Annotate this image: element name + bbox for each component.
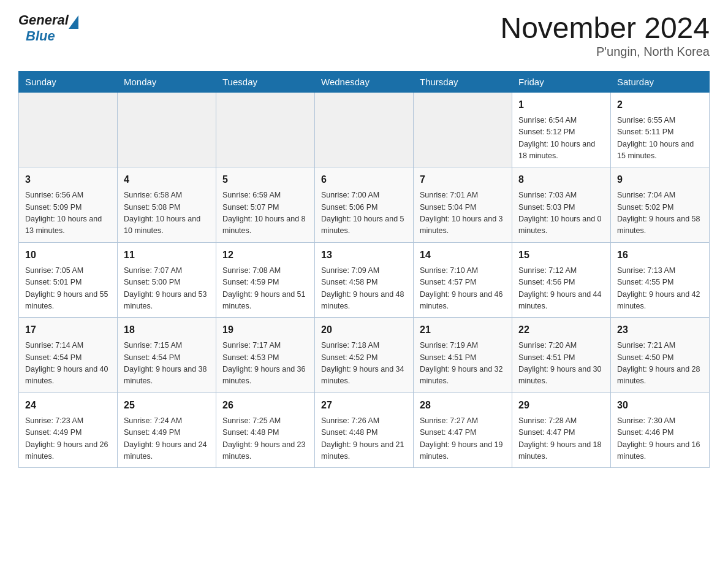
weekday-header-monday: Monday: [118, 71, 216, 92]
day-number: 19: [222, 323, 308, 337]
day-number: 9: [617, 172, 703, 187]
calendar-week-row: 1Sunrise: 6:54 AMSunset: 5:12 PMDaylight…: [19, 92, 710, 167]
day-number: 22: [518, 323, 604, 337]
day-info: Sunrise: 6:54 AMSunset: 5:12 PMDaylight:…: [518, 115, 604, 163]
day-info: Sunrise: 7:09 AMSunset: 4:58 PMDaylight:…: [321, 265, 407, 313]
calendar-cell: 29Sunrise: 7:28 AMSunset: 4:47 PMDayligh…: [512, 393, 611, 468]
calendar-week-row: 10Sunrise: 7:05 AMSunset: 5:01 PMDayligh…: [19, 242, 710, 318]
day-number: 20: [321, 323, 407, 337]
day-info: Sunrise: 6:55 AMSunset: 5:11 PMDaylight:…: [617, 115, 703, 163]
day-info: Sunrise: 6:58 AMSunset: 5:08 PMDaylight:…: [124, 190, 210, 237]
day-number: 15: [518, 248, 604, 262]
day-number: 11: [124, 248, 210, 262]
calendar-cell: 26Sunrise: 7:25 AMSunset: 4:48 PMDayligh…: [216, 393, 315, 468]
day-info: Sunrise: 7:17 AMSunset: 4:53 PMDaylight:…: [222, 340, 308, 388]
day-info: Sunrise: 7:30 AMSunset: 4:46 PMDaylight:…: [617, 415, 703, 463]
day-number: 5: [222, 172, 308, 187]
day-number: 13: [321, 248, 407, 262]
day-info: Sunrise: 7:07 AMSunset: 5:00 PMDaylight:…: [124, 265, 210, 313]
day-number: 30: [617, 398, 703, 413]
day-number: 21: [420, 323, 506, 337]
weekday-header-saturday: Saturday: [611, 71, 710, 92]
calendar-cell: 30Sunrise: 7:30 AMSunset: 4:46 PMDayligh…: [611, 393, 710, 468]
calendar-week-row: 17Sunrise: 7:14 AMSunset: 4:54 PMDayligh…: [19, 318, 710, 393]
day-number: 1: [518, 98, 604, 112]
weekday-header-tuesday: Tuesday: [216, 71, 315, 92]
calendar-cell: 19Sunrise: 7:17 AMSunset: 4:53 PMDayligh…: [216, 318, 315, 393]
logo-blue-text: Blue: [26, 28, 55, 44]
day-info: Sunrise: 7:01 AMSunset: 5:04 PMDaylight:…: [420, 190, 506, 237]
calendar-cell: [216, 92, 315, 167]
day-info: Sunrise: 7:21 AMSunset: 4:50 PMDaylight:…: [617, 340, 703, 388]
day-info: Sunrise: 7:10 AMSunset: 4:57 PMDaylight:…: [420, 265, 506, 313]
calendar-cell: 22Sunrise: 7:20 AMSunset: 4:51 PMDayligh…: [512, 318, 611, 393]
weekday-header-thursday: Thursday: [414, 71, 512, 92]
page-header: General Blue November 2024 P'ungin, Nort…: [18, 12, 710, 59]
day-number: 18: [124, 323, 210, 337]
day-number: 16: [617, 248, 703, 262]
day-number: 12: [222, 248, 308, 262]
day-number: 23: [617, 323, 703, 337]
calendar-cell: 1Sunrise: 6:54 AMSunset: 5:12 PMDaylight…: [512, 92, 611, 167]
calendar-header: SundayMondayTuesdayWednesdayThursdayFrid…: [19, 71, 710, 92]
day-info: Sunrise: 7:12 AMSunset: 4:56 PMDaylight:…: [518, 265, 604, 313]
calendar-cell: [414, 92, 512, 167]
weekday-header-sunday: Sunday: [19, 71, 118, 92]
logo-general-text: General: [18, 12, 69, 28]
calendar-cell: 21Sunrise: 7:19 AMSunset: 4:51 PMDayligh…: [414, 318, 512, 393]
calendar-week-row: 24Sunrise: 7:23 AMSunset: 4:49 PMDayligh…: [19, 393, 710, 468]
day-info: Sunrise: 7:18 AMSunset: 4:52 PMDaylight:…: [321, 340, 407, 388]
calendar-cell: [19, 92, 118, 167]
calendar-cell: 15Sunrise: 7:12 AMSunset: 4:56 PMDayligh…: [512, 242, 611, 318]
day-info: Sunrise: 6:59 AMSunset: 5:07 PMDaylight:…: [222, 190, 308, 237]
calendar-table: SundayMondayTuesdayWednesdayThursdayFrid…: [18, 71, 710, 469]
day-info: Sunrise: 7:25 AMSunset: 4:48 PMDaylight:…: [222, 415, 308, 463]
day-number: 28: [420, 398, 506, 413]
calendar-cell: 4Sunrise: 6:58 AMSunset: 5:08 PMDaylight…: [118, 167, 216, 243]
calendar-cell: 2Sunrise: 6:55 AMSunset: 5:11 PMDaylight…: [611, 92, 710, 167]
calendar-cell: 23Sunrise: 7:21 AMSunset: 4:50 PMDayligh…: [611, 318, 710, 393]
calendar-cell: 24Sunrise: 7:23 AMSunset: 4:49 PMDayligh…: [19, 393, 118, 468]
calendar-cell: 6Sunrise: 7:00 AMSunset: 5:06 PMDaylight…: [315, 167, 414, 243]
day-number: 26: [222, 398, 308, 413]
calendar-cell: 8Sunrise: 7:03 AMSunset: 5:03 PMDaylight…: [512, 167, 611, 243]
day-info: Sunrise: 7:04 AMSunset: 5:02 PMDaylight:…: [617, 190, 703, 237]
day-number: 14: [420, 248, 506, 262]
day-info: Sunrise: 7:24 AMSunset: 4:49 PMDaylight:…: [124, 415, 210, 463]
day-info: Sunrise: 7:20 AMSunset: 4:51 PMDaylight:…: [518, 340, 604, 388]
day-info: Sunrise: 7:08 AMSunset: 4:59 PMDaylight:…: [222, 265, 308, 313]
weekday-header-wednesday: Wednesday: [315, 71, 414, 92]
day-number: 6: [321, 172, 407, 187]
calendar-body: 1Sunrise: 6:54 AMSunset: 5:12 PMDaylight…: [19, 92, 710, 468]
calendar-cell: 9Sunrise: 7:04 AMSunset: 5:02 PMDaylight…: [611, 167, 710, 243]
weekday-header-row: SundayMondayTuesdayWednesdayThursdayFrid…: [19, 71, 710, 92]
calendar-title: November 2024: [500, 12, 710, 45]
day-number: 8: [518, 172, 604, 187]
day-info: Sunrise: 7:23 AMSunset: 4:49 PMDaylight:…: [25, 415, 111, 463]
day-number: 17: [25, 323, 111, 337]
calendar-cell: 5Sunrise: 6:59 AMSunset: 5:07 PMDaylight…: [216, 167, 315, 243]
day-number: 3: [25, 172, 111, 187]
day-number: 24: [25, 398, 111, 413]
logo: General Blue: [18, 12, 78, 44]
calendar-title-block: November 2024 P'ungin, North Korea: [500, 12, 710, 59]
day-number: 29: [518, 398, 604, 413]
calendar-cell: 25Sunrise: 7:24 AMSunset: 4:49 PMDayligh…: [118, 393, 216, 468]
calendar-cell: 28Sunrise: 7:27 AMSunset: 4:47 PMDayligh…: [414, 393, 512, 468]
day-info: Sunrise: 7:27 AMSunset: 4:47 PMDaylight:…: [420, 415, 506, 463]
weekday-header-friday: Friday: [512, 71, 611, 92]
day-info: Sunrise: 7:14 AMSunset: 4:54 PMDaylight:…: [25, 340, 111, 388]
calendar-cell: 27Sunrise: 7:26 AMSunset: 4:48 PMDayligh…: [315, 393, 414, 468]
day-number: 27: [321, 398, 407, 413]
day-number: 25: [124, 398, 210, 413]
calendar-cell: 12Sunrise: 7:08 AMSunset: 4:59 PMDayligh…: [216, 242, 315, 318]
calendar-cell: 16Sunrise: 7:13 AMSunset: 4:55 PMDayligh…: [611, 242, 710, 318]
calendar-cell: 20Sunrise: 7:18 AMSunset: 4:52 PMDayligh…: [315, 318, 414, 393]
day-info: Sunrise: 6:56 AMSunset: 5:09 PMDaylight:…: [25, 190, 111, 237]
day-info: Sunrise: 7:03 AMSunset: 5:03 PMDaylight:…: [518, 190, 604, 237]
day-info: Sunrise: 7:19 AMSunset: 4:51 PMDaylight:…: [420, 340, 506, 388]
calendar-cell: 13Sunrise: 7:09 AMSunset: 4:58 PMDayligh…: [315, 242, 414, 318]
calendar-cell: [118, 92, 216, 167]
logo-triangle-icon: [69, 15, 78, 29]
calendar-cell: 14Sunrise: 7:10 AMSunset: 4:57 PMDayligh…: [414, 242, 512, 318]
